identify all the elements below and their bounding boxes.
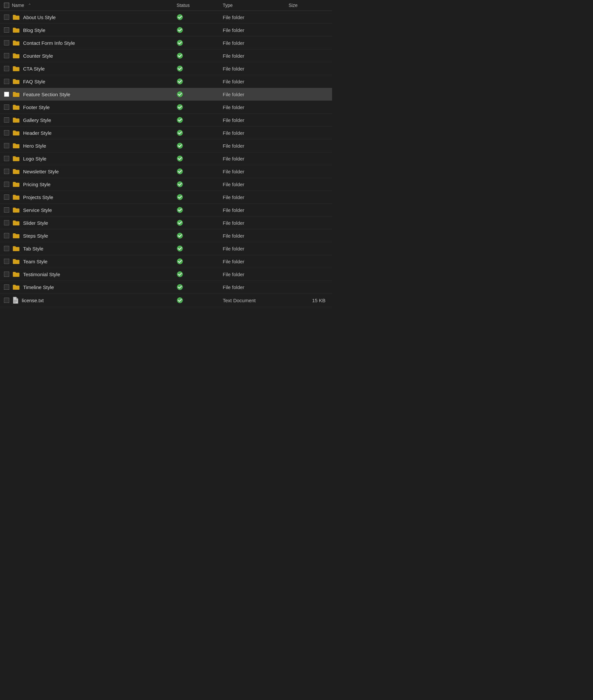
table-row[interactable]: Contact Form Info Style File folder	[0, 37, 332, 49]
table-row[interactable]: Testimonial Style File folder	[0, 268, 332, 281]
svg-point-6	[177, 91, 183, 97]
item-name: CTA Style	[23, 66, 45, 72]
row-checkbox[interactable]	[4, 284, 9, 290]
table-row[interactable]: Projects Style File folder	[0, 191, 332, 204]
item-name: license.txt	[22, 298, 44, 303]
table-row[interactable]: CTA Style File folder	[0, 62, 332, 75]
table-row[interactable]: license.txt Text Document 15 KB	[0, 294, 332, 307]
status-cell	[176, 297, 223, 304]
file-name-cell: CTA Style	[4, 66, 176, 72]
type-cell: File folder	[223, 272, 288, 277]
svg-point-11	[177, 156, 183, 161]
table-row[interactable]: Steps Style File folder	[0, 229, 332, 242]
folder-icon	[12, 168, 20, 174]
row-checkbox[interactable]	[4, 182, 9, 187]
table-row[interactable]: Newsletter Style File folder	[0, 165, 332, 178]
table-row[interactable]: Counter Style File folder	[0, 49, 332, 62]
row-checkbox[interactable]	[4, 156, 9, 161]
file-list: Name ⌃ Status Type Size About Us Style F…	[0, 0, 332, 307]
file-name-cell: Feature Section Style	[4, 91, 176, 97]
table-row[interactable]: FAQ Style File folder	[0, 75, 332, 88]
row-checkbox[interactable]	[4, 220, 9, 225]
table-row[interactable]: Blog Style File folder	[0, 24, 332, 37]
synced-icon	[176, 142, 183, 149]
svg-point-15	[177, 207, 183, 213]
svg-point-1	[177, 27, 183, 33]
svg-point-8	[177, 117, 183, 123]
synced-icon	[176, 245, 183, 252]
svg-point-10	[177, 143, 183, 149]
row-checkbox[interactable]	[4, 117, 9, 123]
table-row[interactable]: Timeline Style File folder	[0, 281, 332, 294]
folder-icon	[12, 271, 20, 277]
synced-icon	[176, 181, 183, 188]
row-checkbox[interactable]	[4, 272, 9, 277]
table-row[interactable]: Footer Style File folder	[0, 101, 332, 114]
type-cell: File folder	[223, 117, 288, 123]
type-cell: Text Document	[223, 298, 288, 303]
svg-point-0	[177, 14, 183, 20]
file-name-cell: About Us Style	[4, 14, 176, 20]
row-checkbox[interactable]	[4, 298, 9, 303]
row-checkbox[interactable]	[4, 27, 9, 33]
table-row[interactable]: Tab Style File folder	[0, 242, 332, 255]
table-row[interactable]: Feature Section Style File folder	[0, 88, 332, 101]
table-row[interactable]: Pricing Style File folder	[0, 178, 332, 191]
synced-icon	[176, 129, 183, 136]
folder-icon	[12, 284, 20, 290]
select-all-checkbox[interactable]	[4, 3, 9, 8]
synced-icon	[176, 155, 183, 162]
row-checkbox[interactable]	[4, 14, 9, 20]
svg-point-21	[177, 284, 183, 290]
folder-icon	[12, 91, 20, 97]
table-row[interactable]: Service Style File folder	[0, 204, 332, 217]
row-checkbox[interactable]	[4, 207, 9, 212]
status-cell	[176, 27, 223, 33]
table-header: Name ⌃ Status Type Size	[0, 0, 332, 11]
file-name-cell: Newsletter Style	[4, 168, 176, 174]
file-name-cell: Testimonial Style	[4, 271, 176, 277]
row-checkbox[interactable]	[4, 66, 9, 71]
table-row[interactable]: Team Style File folder	[0, 255, 332, 268]
svg-point-17	[177, 233, 183, 239]
type-cell: File folder	[223, 182, 288, 187]
svg-point-4	[177, 66, 183, 72]
svg-point-18	[177, 245, 183, 251]
item-name: Testimonial Style	[23, 272, 60, 277]
row-checkbox[interactable]	[4, 130, 9, 135]
type-cell: File folder	[223, 233, 288, 239]
row-checkbox[interactable]	[4, 79, 9, 84]
table-row[interactable]: Logo Style File folder	[0, 152, 332, 165]
type-cell: File folder	[223, 143, 288, 149]
table-row[interactable]: Hero Style File folder	[0, 140, 332, 152]
file-name-cell: Team Style	[4, 258, 176, 264]
row-checkbox[interactable]	[4, 92, 9, 97]
table-row[interactable]: Slider Style File folder	[0, 217, 332, 229]
status-cell	[176, 129, 223, 136]
row-checkbox[interactable]	[4, 194, 9, 200]
item-name: About Us Style	[23, 14, 56, 20]
svg-point-3	[177, 53, 183, 59]
item-name: Logo Style	[23, 156, 46, 161]
synced-icon	[176, 117, 183, 123]
synced-icon	[176, 207, 183, 213]
status-cell	[176, 245, 223, 252]
file-name-cell: Pricing Style	[4, 181, 176, 187]
synced-icon	[176, 220, 183, 226]
status-cell	[176, 78, 223, 85]
row-checkbox[interactable]	[4, 143, 9, 148]
row-checkbox[interactable]	[4, 40, 9, 45]
table-row[interactable]: About Us Style File folder	[0, 11, 332, 24]
folder-icon	[12, 194, 20, 200]
row-checkbox[interactable]	[4, 53, 9, 59]
table-row[interactable]: Gallery Style File folder	[0, 114, 332, 126]
table-row[interactable]: Header Style File folder	[0, 126, 332, 140]
folder-icon	[12, 245, 20, 251]
row-checkbox[interactable]	[4, 233, 9, 238]
item-name: Blog Style	[23, 27, 45, 33]
row-checkbox[interactable]	[4, 105, 9, 110]
status-cell	[176, 91, 223, 98]
row-checkbox[interactable]	[4, 169, 9, 174]
row-checkbox[interactable]	[4, 246, 9, 251]
row-checkbox[interactable]	[4, 259, 9, 264]
